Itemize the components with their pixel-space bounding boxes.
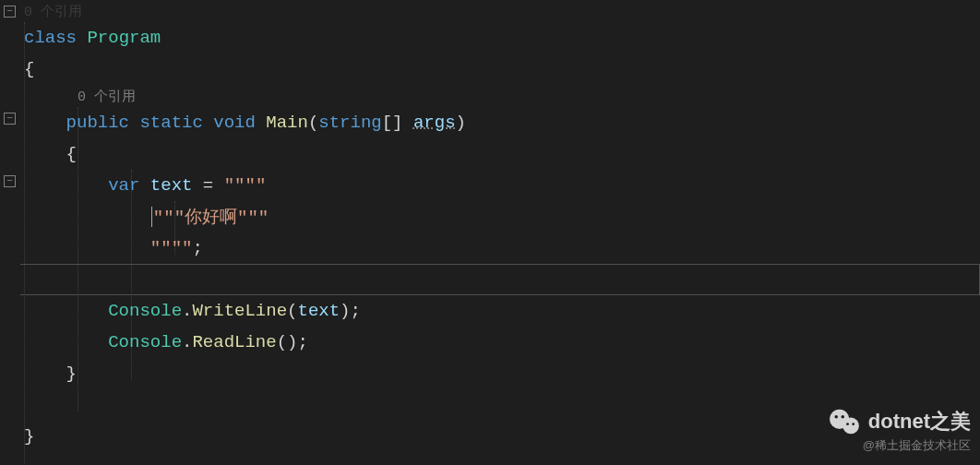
code-line[interactable]: {	[24, 138, 980, 170]
fold-icon[interactable]: −	[4, 6, 16, 18]
code-line[interactable]: """";	[24, 232, 980, 264]
text-cursor	[151, 207, 152, 227]
code-line[interactable]: """你好啊"""	[24, 201, 980, 232]
watermark-title: dotnet之美	[868, 408, 971, 435]
watermark-subtitle: @稀土掘金技术社区	[863, 437, 971, 454]
code-area[interactable]: 0 个引用 class Program { 0 个引用 public stati…	[20, 0, 980, 465]
svg-point-4	[846, 423, 849, 425]
fold-icon[interactable]: −	[4, 113, 16, 125]
svg-point-2	[834, 415, 838, 419]
fold-gutter: − − −	[0, 0, 20, 465]
code-line[interactable]: var text = """"	[24, 170, 980, 201]
code-line[interactable]: }	[24, 358, 980, 389]
code-line[interactable]: class Program	[24, 22, 980, 54]
watermark: dotnet之美 @稀土掘金技术社区	[828, 408, 971, 454]
code-line[interactable]	[24, 264, 980, 295]
svg-point-3	[841, 415, 844, 419]
code-line[interactable]: {	[24, 54, 980, 85]
codelens-reference[interactable]: 0 个引用	[24, 0, 980, 22]
code-line[interactable]: Console.WriteLine(text);	[24, 295, 980, 327]
codelens-reference[interactable]: 0 个引用	[24, 85, 980, 107]
code-line[interactable]: public static void Main(string[] args)	[24, 107, 980, 138]
svg-point-5	[852, 423, 855, 425]
wechat-icon	[828, 408, 861, 435]
code-editor[interactable]: − − − 0 个引用 class Program { 0 个引用	[0, 0, 980, 465]
code-line[interactable]: Console.ReadLine();	[24, 327, 980, 358]
fold-icon[interactable]: −	[4, 175, 16, 187]
svg-point-1	[843, 418, 859, 435]
